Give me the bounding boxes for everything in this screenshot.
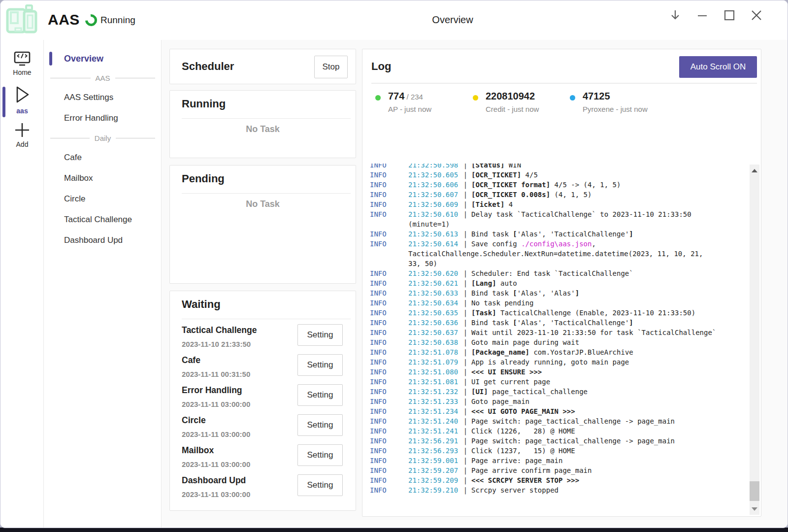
- stat-label: Pyroxene - just now: [583, 105, 666, 113]
- log-line: INFO21:32:50.638|Goto main page during w…: [370, 337, 744, 347]
- minimize-icon[interactable]: [696, 9, 709, 22]
- running-title: Running: [182, 98, 226, 110]
- scrollbar-down-arrow[interactable]: [750, 504, 759, 514]
- log-line: INFO21:32:50.598|[Status] WIN: [370, 164, 744, 170]
- setting-button-tactical-challenge[interactable]: Setting: [297, 324, 343, 346]
- auto-scroll-button[interactable]: Auto Scroll ON: [679, 56, 757, 78]
- stat-value: 774: [388, 91, 404, 101]
- log-stat-pyroxene: 47125Pyroxene - just now: [570, 91, 666, 113]
- window-controls: [669, 9, 763, 22]
- stat-dot-icon: [473, 95, 478, 100]
- scrollbar-up-arrow[interactable]: [750, 166, 759, 175]
- app-name: AAS: [48, 11, 80, 28]
- rail-item-aas[interactable]: aas: [0, 84, 44, 115]
- waiting-task-row-mailbox: Mailbox2023-11-11 03:00:00Setting: [182, 445, 343, 473]
- log-line: INFO21:32:50.634|No task pending: [370, 298, 744, 308]
- scheduler-status-label: Running: [100, 15, 135, 26]
- nav-item-circle[interactable]: Circle: [44, 189, 161, 209]
- log-line: INFO21:32:50.605|[OCR_TICKET] 4/5: [370, 170, 744, 180]
- waiting-task-row-error-handling: Error Handling2023-11-11 03:00:00Setting: [182, 385, 343, 413]
- scheduler-title: Scheduler: [182, 60, 234, 73]
- log-line: INFO21:32:50.607|[OCR_TICKET 0.008s] (4,…: [370, 190, 744, 200]
- nav-item-mailbox[interactable]: Mailbox: [44, 168, 161, 189]
- log-line: INFO21:32:51.080|<<< UI ENSURE >>>: [370, 367, 744, 377]
- log-scrollbar[interactable]: [750, 165, 759, 515]
- stat-dot-icon: [375, 95, 381, 100]
- nav-item-label: Tactical Challenge: [64, 215, 132, 225]
- setting-button-circle[interactable]: Setting: [297, 414, 343, 436]
- log-line: INFO21:32:50.610|Delay task `TacticalCha…: [370, 209, 744, 219]
- running-spinner-icon: [83, 12, 99, 29]
- log-card: Log Auto Scroll ON 774 / 234AP - just no…: [362, 49, 761, 517]
- scrollbar-thumb[interactable]: [750, 481, 759, 501]
- nav-item-overview[interactable]: Overview: [44, 49, 161, 68]
- nav-item-label: AAS Settings: [64, 93, 113, 102]
- log-line: INFO21:32:50.636|Bind task ['Alas', 'Tac…: [370, 318, 744, 328]
- divider: [371, 83, 757, 84]
- running-card: Running No Task: [169, 90, 356, 158]
- stat-label: AP - just now: [388, 105, 472, 113]
- stat-value: 47125: [583, 91, 610, 101]
- log-line: INFO21:32:50.621|[Lang] auto: [370, 278, 744, 288]
- log-line: INFO21:32:51.078|[Package_name] com.Yost…: [370, 347, 744, 357]
- app-logo-icon: [4, 3, 39, 36]
- log-line: (minute=1): [370, 219, 744, 229]
- log-line: INFO21:32:51.234|<<< UI GOTO PAGE_MAIN >…: [370, 406, 744, 416]
- log-line: INFO21:32:56.293|Click (1237, 15) @ HOME: [370, 446, 744, 456]
- nav-item-error-handling[interactable]: Error Handling: [44, 108, 161, 129]
- log-line: INFO21:32:51.232|[UI] page_tactical_chal…: [370, 387, 744, 397]
- log-line: 33, 50): [370, 259, 744, 268]
- setting-button-error-handling[interactable]: Setting: [297, 384, 343, 406]
- nav-item-label: Overview: [64, 54, 103, 64]
- waiting-task-row-tactical-challenge: Tactical Challenge2023-11-10 21:33:50Set…: [182, 325, 343, 353]
- nav-item-aas-settings[interactable]: AAS Settings: [44, 87, 161, 108]
- nav-item-label: Mailbox: [64, 173, 93, 183]
- divider: [182, 319, 351, 319]
- log-line: TacticalChallenge.Scheduler.NextRun=date…: [370, 249, 744, 259]
- nav-section-label: Daily: [90, 134, 116, 142]
- log-line: INFO21:32:51.233|Goto page_main: [370, 397, 744, 406]
- log-line: INFO21:32:51.241|Click (1226, 28) @ HOME: [370, 426, 744, 436]
- rail-item-add[interactable]: Add: [0, 122, 44, 148]
- content-area: Scheduler Stop Running No Task Pending N…: [162, 40, 788, 528]
- plus-icon: [14, 122, 31, 138]
- nav-item-label: Error Handling: [64, 113, 118, 123]
- running-empty-text: No Task: [170, 124, 356, 134]
- close-icon[interactable]: [750, 9, 763, 22]
- log-content: INFO21:32:50.598|[Status] WININFO21:32:5…: [363, 164, 760, 495]
- maximize-icon[interactable]: [723, 9, 736, 22]
- log-line: INFO21:32:50.620|Scheduler: End task `Ta…: [370, 268, 744, 278]
- setting-button-dashboard-upd[interactable]: Setting: [297, 474, 343, 496]
- divider: [182, 193, 351, 194]
- waiting-task-row-cafe: Cafe2023-11-11 00:31:50Setting: [182, 355, 343, 383]
- log-line: INFO21:32:59.207|Page arrive confirm pag…: [370, 466, 744, 475]
- setting-button-cafe[interactable]: Setting: [297, 354, 343, 376]
- rail-item-home[interactable]: Home: [0, 51, 44, 76]
- nav-item-cafe[interactable]: Cafe: [44, 147, 161, 168]
- nav-selected-indicator: [49, 52, 52, 66]
- rail-label-add: Add: [0, 140, 44, 148]
- log-line: INFO21:32:50.613|Bind task ['Alas', 'Tac…: [370, 229, 744, 239]
- waiting-title: Waiting: [182, 298, 221, 311]
- stat-suffix: / 234: [404, 93, 423, 101]
- nav-item-dashboard-upd[interactable]: Dashboard Upd: [44, 230, 161, 251]
- log-line: INFO21:32:50.637|Wait until 2023-11-10 2…: [370, 328, 744, 337]
- log-line: INFO21:32:51.081|UI get current page: [370, 377, 744, 387]
- log-viewer[interactable]: INFO21:32:50.598|[Status] WININFO21:32:5…: [363, 164, 760, 516]
- app-window: AAS Running Overview Ho: [0, 0, 788, 528]
- page-title: Overview: [432, 14, 473, 26]
- stop-button[interactable]: Stop: [314, 56, 348, 78]
- download-update-icon[interactable]: [669, 9, 682, 22]
- pending-title: Pending: [182, 172, 225, 185]
- log-line: INFO21:32:50.614|Save config ./config\aa…: [370, 239, 744, 249]
- nav-section-aas: AAS: [44, 68, 161, 87]
- home-monitor-icon: [13, 51, 31, 66]
- stat-dot-icon: [570, 95, 575, 100]
- waiting-task-row-circle: Circle2023-11-11 03:00:00Setting: [182, 415, 343, 443]
- setting-button-mailbox[interactable]: Setting: [297, 444, 343, 466]
- log-line: INFO21:32:51.240|Page switch: page_tacti…: [370, 416, 744, 426]
- nav-item-tactical-challenge[interactable]: Tactical Challenge: [44, 209, 161, 230]
- log-line: INFO21:32:50.609|[Ticket] 4: [370, 200, 744, 209]
- stat-label: Credit - just now: [486, 105, 569, 113]
- nav-section-daily: Daily: [44, 129, 161, 147]
